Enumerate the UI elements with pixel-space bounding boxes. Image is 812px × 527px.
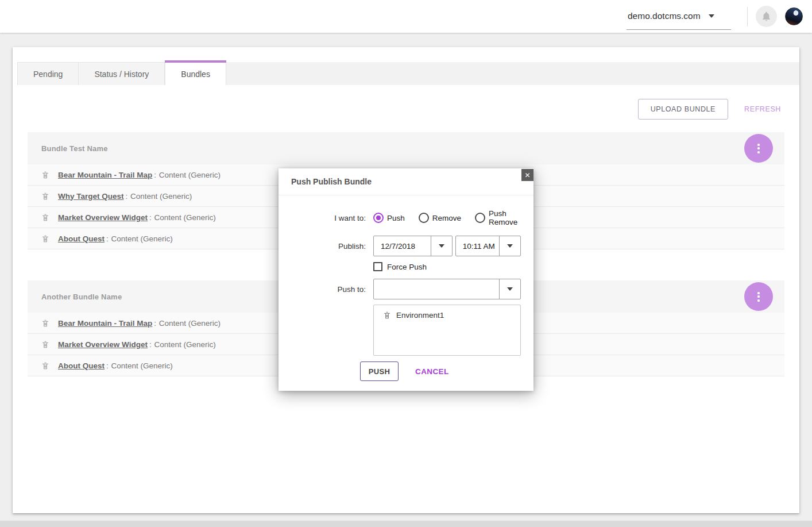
bundle-item-link[interactable]: About Quest bbox=[58, 361, 105, 370]
push-to-label: Push to: bbox=[279, 285, 366, 294]
bundle-item-type: Content (Generic) bbox=[154, 213, 215, 222]
force-push-label: Force Push bbox=[387, 263, 427, 271]
cancel-button[interactable]: CANCEL bbox=[415, 367, 449, 376]
bundles-toolbar: UPLOAD BUNDLE REFRESH bbox=[28, 99, 784, 120]
trash-icon[interactable] bbox=[41, 192, 49, 201]
chevron-down-icon bbox=[507, 244, 513, 248]
push-to-dropdown-button[interactable] bbox=[499, 279, 520, 299]
tab-bundles[interactable]: Bundles bbox=[165, 62, 226, 85]
trash-icon[interactable] bbox=[383, 311, 391, 320]
selected-environments-box: Environment1 bbox=[373, 305, 521, 356]
publish-time-field[interactable]: 10:11 AM bbox=[455, 236, 521, 256]
separator: : bbox=[154, 319, 156, 328]
bundle-item-type: Content (Generic) bbox=[111, 361, 173, 370]
radio-icon bbox=[419, 213, 429, 223]
publish-row: Publish: 12/7/2018 10:11 AM bbox=[279, 236, 521, 256]
bundle-item-link[interactable]: Why Target Quest bbox=[58, 192, 124, 201]
radio-push[interactable]: Push bbox=[373, 213, 405, 223]
separator: : bbox=[106, 361, 109, 370]
refresh-button[interactable]: REFRESH bbox=[741, 105, 784, 113]
bundle-item-link[interactable]: Market Overview Widget bbox=[58, 213, 148, 222]
kebab-icon bbox=[757, 144, 760, 153]
trash-icon[interactable] bbox=[41, 171, 49, 179]
publish-date-value: 12/7/2018 bbox=[374, 236, 431, 256]
dialog-header: Push Publish Bundle bbox=[279, 168, 533, 195]
environment-item: Environment1 bbox=[383, 311, 520, 320]
top-bar: demo.dotcms.com bbox=[0, 0, 812, 33]
bundle-item-type: Content (Generic) bbox=[159, 171, 221, 179]
topbar-divider bbox=[747, 7, 748, 26]
radio-icon bbox=[373, 213, 384, 223]
bundle-name: Bundle Test Name bbox=[41, 144, 108, 153]
bundle-item-type: Content (Generic) bbox=[154, 340, 215, 349]
bundle-name: Another Bundle Name bbox=[41, 293, 122, 301]
i-want-to-label: I want to: bbox=[279, 214, 366, 222]
bundle-item-link[interactable]: Bear Mountain - Trail Map bbox=[58, 171, 152, 179]
publish-date-field[interactable]: 12/7/2018 bbox=[373, 236, 453, 256]
site-selector-dropdown[interactable]: demo.dotcms.com bbox=[627, 6, 731, 30]
bundle-menu-button[interactable] bbox=[744, 282, 773, 311]
environment-name: Environment1 bbox=[396, 311, 444, 320]
trash-icon[interactable] bbox=[41, 361, 49, 370]
separator: : bbox=[126, 192, 128, 201]
site-selector-label: demo.dotcms.com bbox=[628, 11, 701, 21]
push-publish-bundle-dialog: ✕ Push Publish Bundle I want to: Push Re… bbox=[279, 168, 533, 391]
push-button[interactable]: PUSH bbox=[360, 361, 399, 381]
action-radio-group: Push Remove Push Remove bbox=[373, 209, 521, 226]
separator: : bbox=[154, 171, 156, 179]
chevron-down-icon bbox=[709, 14, 714, 18]
force-push-row: Force Push bbox=[279, 262, 521, 271]
trash-icon[interactable] bbox=[41, 340, 49, 349]
separator: : bbox=[106, 234, 109, 243]
avatar[interactable] bbox=[785, 7, 803, 25]
dialog-title: Push Publish Bundle bbox=[291, 177, 372, 186]
radio-remove[interactable]: Remove bbox=[419, 213, 461, 223]
notifications-button[interactable] bbox=[756, 6, 777, 27]
bundle-header: Bundle Test Name bbox=[28, 132, 784, 164]
tab-bar: PendingStatus / HistoryBundles bbox=[17, 62, 799, 85]
separator: : bbox=[149, 340, 152, 349]
bundle-item-type: Content (Generic) bbox=[130, 192, 192, 201]
chevron-down-icon bbox=[507, 287, 513, 291]
dialog-actions: PUSH CANCEL bbox=[279, 361, 521, 381]
kebab-icon bbox=[757, 292, 760, 302]
trash-icon[interactable] bbox=[41, 213, 49, 222]
tab-status-history[interactable]: Status / History bbox=[79, 62, 165, 85]
force-push-checkbox[interactable] bbox=[373, 262, 382, 271]
bundle-item-link[interactable]: About Quest bbox=[58, 234, 105, 243]
radio-push-remove[interactable]: Push Remove bbox=[475, 209, 521, 226]
dialog-body: I want to: Push Remove Push Remove Publi… bbox=[279, 195, 533, 381]
bundle-item-type: Content (Generic) bbox=[159, 319, 221, 328]
push-to-row: Push to: bbox=[279, 279, 521, 299]
time-dropdown-button[interactable] bbox=[499, 236, 520, 256]
date-dropdown-button[interactable] bbox=[431, 236, 452, 256]
publish-label: Publish: bbox=[279, 242, 366, 251]
chevron-down-icon bbox=[439, 244, 444, 248]
bottom-scrollbar-strip[interactable] bbox=[0, 521, 812, 527]
separator: : bbox=[149, 213, 152, 222]
bell-icon bbox=[761, 11, 772, 22]
push-to-select[interactable] bbox=[373, 279, 521, 299]
environments-row: Environment1 bbox=[279, 305, 521, 356]
i-want-to-row: I want to: Push Remove Push Remove bbox=[279, 209, 521, 226]
trash-icon[interactable] bbox=[41, 234, 49, 243]
radio-icon bbox=[475, 213, 485, 223]
bundle-item-type: Content (Generic) bbox=[111, 234, 173, 243]
push-to-value bbox=[374, 279, 499, 299]
bundle-item-link[interactable]: Bear Mountain - Trail Map bbox=[58, 319, 152, 328]
upload-bundle-button[interactable]: UPLOAD BUNDLE bbox=[638, 99, 728, 120]
close-icon[interactable]: ✕ bbox=[521, 169, 533, 181]
bundle-menu-button[interactable] bbox=[744, 134, 773, 163]
publish-time-value: 10:11 AM bbox=[456, 236, 499, 256]
bundle-item-link[interactable]: Market Overview Widget bbox=[58, 340, 148, 349]
tab-pending[interactable]: Pending bbox=[17, 62, 79, 85]
trash-icon[interactable] bbox=[41, 319, 49, 328]
